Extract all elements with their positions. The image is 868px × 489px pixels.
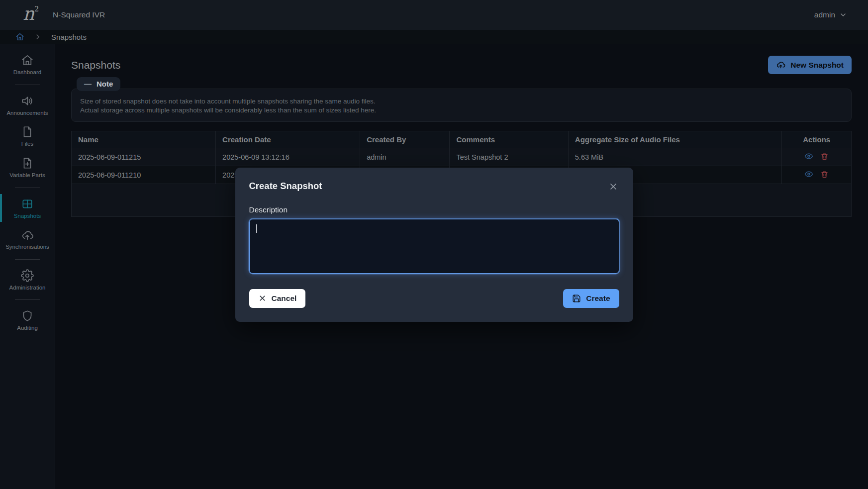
description-label: Description bbox=[249, 205, 619, 214]
close-icon[interactable] bbox=[607, 181, 619, 193]
modal-title: Create Snapshot bbox=[249, 181, 322, 192]
note-legend: — Note bbox=[77, 77, 120, 91]
note-dash: — bbox=[84, 80, 92, 88]
text-cursor bbox=[256, 224, 257, 233]
create-snapshot-modal: Create Snapshot Description Cancel Creat… bbox=[235, 168, 633, 322]
description-input[interactable] bbox=[249, 219, 619, 274]
close-icon bbox=[258, 294, 267, 302]
cancel-button[interactable]: Cancel bbox=[249, 289, 306, 308]
create-button[interactable]: Create bbox=[563, 289, 619, 308]
save-icon bbox=[572, 294, 581, 303]
